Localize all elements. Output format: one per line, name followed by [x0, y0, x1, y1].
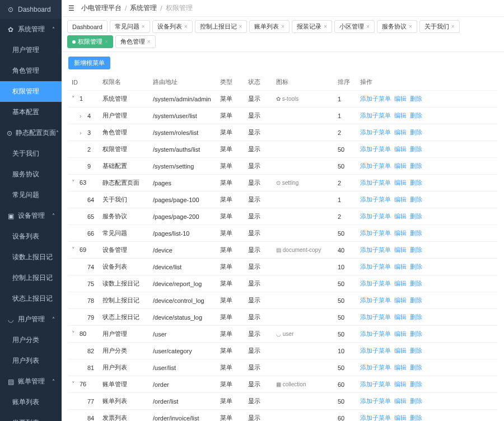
- delete-button[interactable]: 删除: [410, 162, 422, 169]
- sidebar-item[interactable]: 发票列表: [0, 413, 62, 421]
- edit-button[interactable]: 编辑: [394, 230, 407, 236]
- sidebar-item[interactable]: 读数上报日记: [0, 247, 62, 268]
- add-child-button[interactable]: 添加子菜单: [360, 146, 391, 152]
- tab[interactable]: 角色管理×: [115, 35, 156, 48]
- delete-button[interactable]: 删除: [410, 314, 422, 320]
- delete-button[interactable]: 删除: [410, 364, 422, 371]
- edit-button[interactable]: 编辑: [394, 213, 407, 219]
- tab[interactable]: 报装记录×: [292, 20, 332, 33]
- sidebar-item[interactable]: ⊙静态配置页面˄: [0, 123, 62, 143]
- edit-button[interactable]: 编辑: [394, 196, 407, 203]
- delete-button[interactable]: 删除: [410, 263, 422, 270]
- delete-button[interactable]: 删除: [410, 347, 422, 354]
- delete-button[interactable]: 删除: [410, 230, 422, 236]
- delete-button[interactable]: 删除: [410, 297, 422, 303]
- sidebar-item[interactable]: ▣设备管理˄: [0, 205, 62, 226]
- delete-button[interactable]: 删除: [410, 414, 422, 421]
- add-child-button[interactable]: 添加子菜单: [360, 297, 391, 303]
- add-child-button[interactable]: 添加子菜单: [360, 162, 391, 169]
- sidebar-item[interactable]: ⊙Dashboard: [0, 0, 62, 19]
- sidebar-item[interactable]: 关于我们: [0, 143, 62, 164]
- edit-button[interactable]: 编辑: [394, 330, 407, 337]
- sidebar-item[interactable]: ▤账单管理˄: [0, 371, 62, 392]
- delete-button[interactable]: 删除: [410, 330, 422, 337]
- delete-button[interactable]: 删除: [410, 246, 422, 253]
- sidebar-item[interactable]: 账单列表: [0, 392, 62, 413]
- edit-button[interactable]: 编辑: [394, 280, 407, 287]
- add-child-button[interactable]: 添加子菜单: [360, 364, 391, 371]
- tab[interactable]: 关于我们×: [419, 20, 460, 33]
- add-child-button[interactable]: 添加子菜单: [360, 397, 391, 404]
- menu-toggle-icon[interactable]: ☰: [68, 4, 74, 12]
- expand-icon[interactable]: ˅: [72, 246, 78, 254]
- edit-button[interactable]: 编辑: [394, 414, 407, 421]
- tab[interactable]: 账单列表×: [249, 20, 290, 33]
- add-child-button[interactable]: 添加子菜单: [360, 246, 391, 253]
- expand-icon[interactable]: ›: [80, 113, 86, 119]
- edit-button[interactable]: 编辑: [394, 381, 407, 387]
- tab[interactable]: 小区管理×: [334, 20, 375, 33]
- edit-button[interactable]: 编辑: [394, 263, 407, 270]
- close-icon[interactable]: ×: [147, 39, 151, 45]
- sidebar-item[interactable]: 常见问题: [0, 185, 62, 205]
- delete-button[interactable]: 删除: [410, 213, 422, 219]
- add-child-button[interactable]: 添加子菜单: [360, 314, 391, 320]
- delete-button[interactable]: 删除: [410, 179, 422, 186]
- add-child-button[interactable]: 添加子菜单: [360, 95, 391, 102]
- expand-icon[interactable]: ›: [80, 129, 86, 136]
- tab[interactable]: 常见问题×: [110, 20, 150, 33]
- close-icon[interactable]: ×: [105, 39, 108, 45]
- edit-button[interactable]: 编辑: [394, 347, 407, 354]
- add-root-menu-button[interactable]: 新增根菜单: [68, 57, 110, 69]
- sidebar-item[interactable]: 状态上报日记: [0, 288, 62, 309]
- delete-button[interactable]: 删除: [410, 280, 422, 287]
- close-icon[interactable]: ×: [409, 24, 412, 30]
- tab[interactable]: 权限管理×: [67, 35, 113, 48]
- expand-icon[interactable]: ˅: [72, 330, 78, 338]
- delete-button[interactable]: 删除: [410, 129, 422, 135]
- add-child-button[interactable]: 添加子菜单: [360, 414, 391, 421]
- delete-button[interactable]: 删除: [410, 196, 422, 203]
- edit-button[interactable]: 编辑: [394, 297, 407, 303]
- expand-icon[interactable]: ˅: [72, 381, 78, 388]
- edit-button[interactable]: 编辑: [394, 112, 407, 119]
- tab[interactable]: Dashboard: [67, 20, 108, 33]
- tab[interactable]: 服务协议×: [377, 20, 417, 33]
- close-icon[interactable]: ×: [142, 24, 145, 30]
- edit-button[interactable]: 编辑: [394, 397, 407, 404]
- delete-button[interactable]: 删除: [410, 112, 422, 119]
- close-icon[interactable]: ×: [366, 24, 370, 30]
- tab[interactable]: 设备列表×: [152, 20, 193, 33]
- sidebar-item[interactable]: 服务协议: [0, 164, 62, 185]
- expand-icon[interactable]: ˅: [72, 179, 78, 186]
- edit-button[interactable]: 编辑: [394, 246, 407, 253]
- edit-button[interactable]: 编辑: [394, 129, 407, 135]
- edit-button[interactable]: 编辑: [394, 162, 407, 169]
- sidebar-item[interactable]: 用户列表: [0, 350, 62, 371]
- sidebar-item[interactable]: 设备列表: [0, 226, 62, 247]
- sidebar-item[interactable]: 控制上报日记: [0, 268, 62, 288]
- sidebar-item[interactable]: 用户分类: [0, 330, 62, 350]
- add-child-button[interactable]: 添加子菜单: [360, 263, 391, 270]
- edit-button[interactable]: 编辑: [394, 146, 407, 152]
- close-icon[interactable]: ×: [184, 24, 188, 30]
- delete-button[interactable]: 删除: [410, 95, 422, 102]
- add-child-button[interactable]: 添加子菜单: [360, 280, 391, 287]
- sidebar-item[interactable]: ✿系统管理˄: [0, 19, 62, 40]
- close-icon[interactable]: ×: [324, 24, 327, 30]
- close-icon[interactable]: ×: [281, 24, 284, 30]
- delete-button[interactable]: 删除: [410, 397, 422, 404]
- close-icon[interactable]: ×: [239, 24, 242, 30]
- add-child-button[interactable]: 添加子菜单: [360, 196, 391, 203]
- sidebar-item[interactable]: 权限管理: [0, 81, 62, 102]
- sidebar-item[interactable]: 用户管理: [0, 40, 62, 60]
- delete-button[interactable]: 删除: [410, 146, 422, 152]
- add-child-button[interactable]: 添加子菜单: [360, 381, 391, 387]
- edit-button[interactable]: 编辑: [394, 364, 407, 371]
- add-child-button[interactable]: 添加子菜单: [360, 213, 391, 219]
- crumb-root[interactable]: 小电管理平台: [81, 3, 122, 13]
- sidebar-item[interactable]: 角色管理: [0, 60, 62, 81]
- expand-icon[interactable]: ˅: [72, 95, 78, 102]
- edit-button[interactable]: 编辑: [394, 314, 407, 320]
- add-child-button[interactable]: 添加子菜单: [360, 347, 391, 354]
